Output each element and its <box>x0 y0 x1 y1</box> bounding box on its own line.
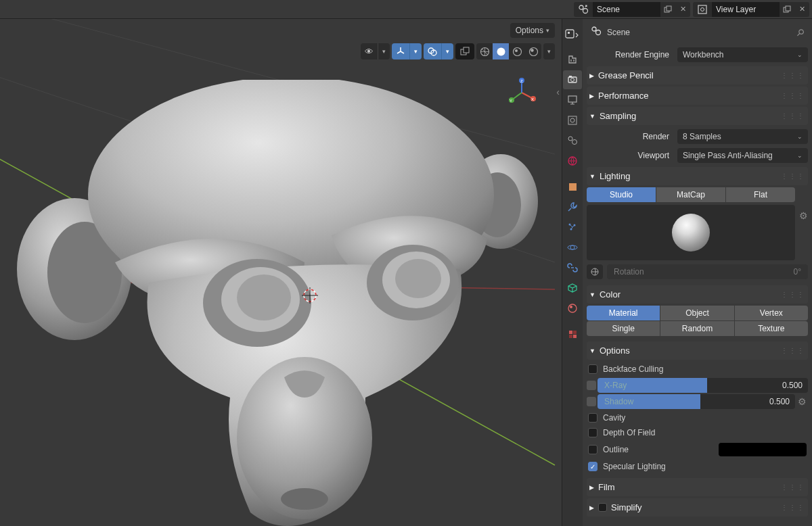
color-vertex-button[interactable]: Vertex <box>735 306 808 320</box>
rendered-shading[interactable] <box>525 43 541 59</box>
new-scene-button[interactable] <box>660 2 675 17</box>
delete-scene-button[interactable]: ✕ <box>675 2 690 17</box>
gizmo-dropdown[interactable]: ▾ <box>392 43 422 59</box>
section-performance[interactable]: ▶ Performance ⋮⋮⋮ <box>587 87 808 105</box>
tab-tool[interactable] <box>563 50 582 69</box>
cavity-check[interactable]: Cavity <box>587 410 808 425</box>
chevron-down-icon: ▾ <box>378 43 390 59</box>
xray-toggle[interactable] <box>455 43 474 59</box>
drag-handle-icon[interactable]: ⋮⋮⋮ <box>781 172 805 180</box>
viewlayer-browse-icon[interactable] <box>693 2 712 17</box>
render-engine-dropdown[interactable]: Workbench ⌄ <box>677 47 808 62</box>
solid-shading[interactable] <box>493 43 509 59</box>
wireframe-shading[interactable] <box>476 43 493 59</box>
preview-sphere <box>672 214 710 252</box>
render-samples-dropdown[interactable]: 8 Samples ⌄ <box>677 129 808 144</box>
pin-icon[interactable]: ⚲ <box>794 26 807 38</box>
backface-culling-check[interactable]: Backface Culling <box>587 362 808 377</box>
shading-dropdown[interactable]: ▾ <box>543 43 555 59</box>
studio-light-settings-button[interactable]: ⚙ <box>799 187 808 221</box>
svg-point-64 <box>568 245 577 249</box>
chevron-down-icon: ▾ <box>546 27 549 34</box>
world-space-toggle[interactable] <box>587 264 603 279</box>
shadow-settings-button[interactable]: ⚙ <box>796 396 808 407</box>
color-object-button[interactable]: Object <box>660 306 734 320</box>
drag-handle-icon[interactable]: ⋮⋮⋮ <box>781 347 805 354</box>
tab-modifiers[interactable] <box>563 197 582 216</box>
color-mode-row2: Single Random Texture <box>587 321 808 336</box>
scene-name-input[interactable]: Scene <box>593 2 660 17</box>
drag-handle-icon[interactable]: ⋮⋮⋮ <box>781 112 805 120</box>
color-texture-button[interactable]: Texture <box>735 321 808 336</box>
scene-selector[interactable]: Scene ✕ <box>574 2 690 17</box>
tab-physics[interactable] <box>563 238 582 257</box>
shadow-check[interactable] <box>587 397 596 406</box>
viewlayer-name-input[interactable]: View Layer <box>712 2 780 17</box>
viewport-options-dropdown[interactable]: Options ▾ <box>510 23 555 38</box>
outline-color-swatch[interactable] <box>719 443 807 456</box>
svg-rect-68 <box>573 331 577 334</box>
delete-viewlayer-button[interactable]: ✕ <box>794 2 809 17</box>
specular-check[interactable]: ✓ Specular Lighting <box>587 459 808 474</box>
tab-material[interactable] <box>563 299 582 318</box>
3d-viewport[interactable]: Options ▾ 👁▾ ▾ ▾ ▾ <box>0 19 562 526</box>
svg-point-34 <box>497 47 505 55</box>
tab-output[interactable] <box>563 91 582 110</box>
section-options[interactable]: ▼ Options ⋮⋮⋮ <box>587 341 808 360</box>
drag-handle-icon[interactable]: ⋮⋮⋮ <box>781 92 805 99</box>
simplify-enable-check[interactable] <box>598 503 607 512</box>
breadcrumb: Scene ⚲ <box>587 23 808 45</box>
collapse-sidebar-icon[interactable]: ‹ <box>556 87 560 97</box>
chevron-down-icon: ⌄ <box>797 133 803 140</box>
overlays-dropdown[interactable]: ▾ <box>424 43 453 59</box>
rotation-field[interactable]: Rotation 0° <box>607 264 808 279</box>
drag-handle-icon[interactable]: ⋮⋮⋮ <box>781 504 805 511</box>
svg-text:Y: Y <box>510 99 512 103</box>
shadow-slider[interactable]: Shadow 0.500 <box>597 394 795 409</box>
drag-handle-icon[interactable]: ⋮⋮⋮ <box>781 483 805 491</box>
studio-light-preview[interactable] <box>587 205 795 260</box>
color-single-button[interactable]: Single <box>587 321 660 336</box>
new-viewlayer-button[interactable] <box>780 2 794 17</box>
section-lighting[interactable]: ▼ Lighting ⋮⋮⋮ <box>587 167 808 185</box>
outline-check[interactable]: Outline <box>587 440 808 459</box>
lighting-flat-button[interactable]: Flat <box>726 187 795 202</box>
nav-gizmo[interactable]: X Y Z <box>506 77 537 108</box>
tab-data[interactable] <box>563 279 582 297</box>
xray-check[interactable] <box>587 381 596 390</box>
section-film[interactable]: ▶ Film ⋮⋮⋮ <box>587 478 808 496</box>
suzanne-mesh[interactable] <box>14 80 541 526</box>
drag-handle-icon[interactable]: ⋮⋮⋮ <box>781 291 805 298</box>
tab-scene[interactable] <box>563 131 582 150</box>
viewlayer-selector[interactable]: View Layer ✕ <box>693 2 809 17</box>
section-grease-pencil[interactable]: ▶ Grease Pencil ⋮⋮⋮ <box>587 66 808 85</box>
tab-particles[interactable] <box>563 218 582 237</box>
lighting-studio-button[interactable]: Studio <box>587 187 656 202</box>
tab-render[interactable] <box>563 70 582 89</box>
disclosure-down-icon: ▼ <box>589 113 595 120</box>
disclosure-right-icon: ▶ <box>589 93 594 99</box>
tab-world[interactable] <box>563 151 582 170</box>
tab-constraints[interactable] <box>563 258 582 277</box>
scene-browse-icon[interactable] <box>574 2 593 17</box>
dof-check[interactable]: Depth Of Field <box>587 425 808 440</box>
tab-viewlayer[interactable] <box>563 111 582 130</box>
viewport-aa-dropdown[interactable]: Single Pass Anti-Aliasing ⌄ <box>677 148 808 163</box>
visibility-dropdown[interactable]: 👁▾ <box>361 43 390 59</box>
drag-handle-icon[interactable]: ⋮⋮⋮ <box>781 72 805 79</box>
xray-slider[interactable]: X-Ray 0.500 <box>597 378 808 393</box>
editor-type-icon[interactable] <box>565 29 580 41</box>
section-simplify[interactable]: ▶ Simplify ⋮⋮⋮ <box>587 498 808 517</box>
color-material-button[interactable]: Material <box>587 306 660 320</box>
section-sampling[interactable]: ▼ Sampling ⋮⋮⋮ <box>587 107 808 125</box>
lighting-matcap-button[interactable]: MatCap <box>656 187 725 202</box>
svg-point-63 <box>570 245 574 249</box>
tab-texture[interactable] <box>563 325 582 343</box>
color-random-button[interactable]: Random <box>660 321 734 336</box>
svg-rect-4 <box>698 5 706 14</box>
section-color[interactable]: ▼ Color ⋮⋮⋮ <box>587 285 808 304</box>
matprev-shading[interactable] <box>509 43 525 59</box>
disclosure-right-icon: ▶ <box>589 504 594 511</box>
options-label: Options <box>516 26 543 35</box>
tab-object[interactable] <box>563 177 582 196</box>
